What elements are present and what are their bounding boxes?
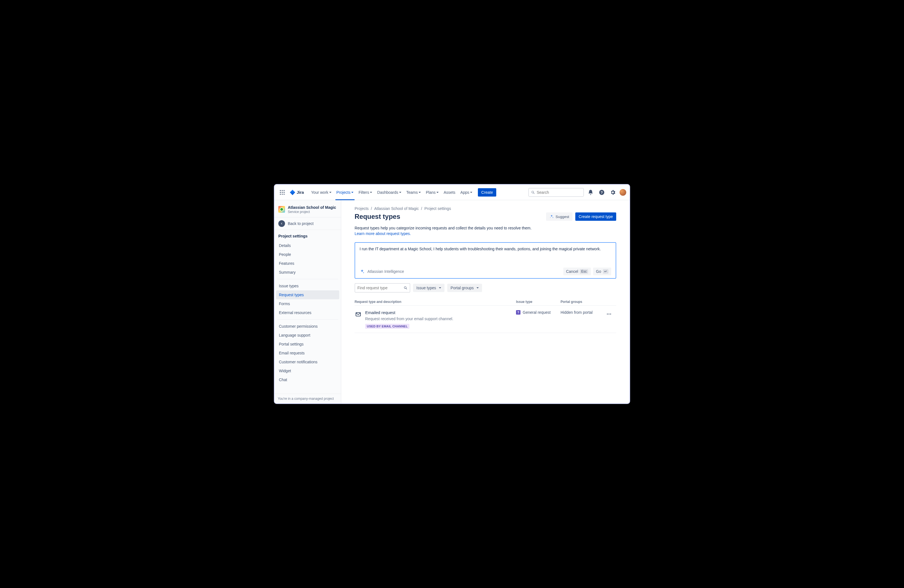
nav-item-label: Apps xyxy=(460,190,469,194)
sidebar-item-request-types[interactable]: Request types xyxy=(276,290,339,299)
portal-groups-filter[interactable]: Portal groups xyxy=(447,284,482,292)
svg-rect-1 xyxy=(282,190,283,191)
svg-point-13 xyxy=(404,286,406,288)
sidebar-item-customer-notifications[interactable]: Customer notifications xyxy=(276,357,339,367)
chevron-down-icon xyxy=(329,192,332,193)
global-search[interactable] xyxy=(528,188,584,197)
nav-item-assets[interactable]: Assets xyxy=(441,185,458,200)
project-title: Atlassian School of Magic xyxy=(288,205,336,210)
settings-icon[interactable] xyxy=(608,188,617,197)
sidebar-item-language-support[interactable]: Language support xyxy=(276,331,339,340)
issue-types-filter[interactable]: Issue types xyxy=(413,284,444,292)
ai-prompt-input[interactable] xyxy=(360,247,611,264)
sidebar-item-customer-permissions[interactable]: Customer permissions xyxy=(276,322,339,331)
chevron-down-icon xyxy=(370,192,372,193)
sidebar-item-chat[interactable]: Chat xyxy=(276,375,339,384)
nav-item-label: Teams xyxy=(406,190,418,194)
ai-go-button[interactable]: Go ↵ xyxy=(593,267,611,275)
chevron-down-icon xyxy=(439,287,441,288)
ai-prompt-box: Atlassian Intelligence Cancel Esc Go ↵ xyxy=(355,242,616,279)
enter-key-chip: ↵ xyxy=(603,269,608,273)
find-request-type-search[interactable] xyxy=(355,283,410,292)
sidebar: Atlassian School of Magic Service projec… xyxy=(274,200,341,403)
app-window: Jira Your workProjectsFiltersDashboardsT… xyxy=(274,184,630,404)
sidebar-item-details[interactable]: Details xyxy=(276,241,339,250)
issue-type-icon: ? xyxy=(516,310,520,315)
svg-rect-3 xyxy=(280,192,281,193)
learn-more-link[interactable]: Learn more about request types. xyxy=(355,231,411,236)
sidebar-item-issue-types[interactable]: Issue types xyxy=(276,281,339,290)
global-search-input[interactable] xyxy=(537,190,581,194)
table-header: Request type and description Issue type … xyxy=(355,298,616,306)
back-label: Back to project xyxy=(288,221,314,226)
nav-item-apps[interactable]: Apps xyxy=(458,185,474,200)
top-navigation: Jira Your workProjectsFiltersDashboardsT… xyxy=(274,185,630,200)
create-request-type-button[interactable]: Create request type xyxy=(575,212,616,221)
svg-point-18 xyxy=(610,313,611,315)
help-icon[interactable]: ? xyxy=(597,188,606,197)
sidebar-item-widget[interactable]: Widget xyxy=(276,367,339,375)
svg-point-16 xyxy=(607,313,608,315)
page-title: Request types xyxy=(355,213,400,220)
sidebar-item-people[interactable]: People xyxy=(276,250,339,259)
sparkle-icon xyxy=(549,214,554,219)
svg-rect-6 xyxy=(280,194,281,194)
find-request-type-input[interactable] xyxy=(357,286,402,290)
sidebar-item-external-resources[interactable]: External resources xyxy=(276,308,339,317)
suggest-button[interactable]: Suggest xyxy=(546,212,572,221)
nav-item-label: Dashboards xyxy=(377,190,398,194)
breadcrumb-item[interactable]: Atlassian School of Magic xyxy=(374,206,419,211)
project-header: Atlassian School of Magic Service projec… xyxy=(274,200,341,217)
svg-text:?: ? xyxy=(601,190,603,194)
chevron-down-icon xyxy=(470,192,472,193)
breadcrumb-item[interactable]: Projects xyxy=(355,206,369,211)
sidebar-item-portal-settings[interactable]: Portal settings xyxy=(276,340,339,349)
nav-item-your-work[interactable]: Your work xyxy=(309,185,334,200)
request-type-description: Request received from your email support… xyxy=(365,316,454,321)
chevron-down-icon xyxy=(399,192,401,193)
svg-rect-2 xyxy=(284,190,284,191)
column-issue: Issue type xyxy=(516,300,561,304)
table-row[interactable]: Emailed requestRequest received from you… xyxy=(355,306,616,333)
notifications-icon[interactable] xyxy=(586,188,595,197)
svg-rect-5 xyxy=(284,192,284,193)
svg-rect-8 xyxy=(284,194,284,194)
create-button[interactable]: Create xyxy=(478,188,496,196)
app-switcher-icon[interactable] xyxy=(278,188,287,197)
nav-item-projects[interactable]: Projects xyxy=(334,185,356,200)
chevron-down-icon xyxy=(419,192,421,193)
row-more-actions[interactable] xyxy=(605,310,613,318)
nav-item-plans[interactable]: Plans xyxy=(424,185,441,200)
jira-logo-text: Jira xyxy=(297,190,304,194)
portal-group-value: Hidden from portal xyxy=(561,310,605,315)
nav-items: Your workProjectsFiltersDashboardsTeamsP… xyxy=(309,185,474,200)
nav-item-label: Your work xyxy=(311,190,329,194)
breadcrumb-separator: / xyxy=(371,206,372,211)
sidebar-heading: Project settings xyxy=(274,230,341,240)
sidebar-item-features[interactable]: Features xyxy=(276,259,339,268)
sidebar-footer: You're in a company-managed project xyxy=(274,394,341,403)
user-avatar[interactable] xyxy=(620,189,626,196)
sidebar-item-email-requests[interactable]: Email requests xyxy=(276,349,339,357)
request-type-title: Emailed request xyxy=(365,310,454,315)
chevron-down-icon xyxy=(351,192,354,193)
breadcrumb-item[interactable]: Project settings xyxy=(424,206,451,211)
nav-item-teams[interactable]: Teams xyxy=(404,185,423,200)
svg-rect-7 xyxy=(282,194,283,194)
nav-item-dashboards[interactable]: Dashboards xyxy=(375,185,403,200)
column-desc: Request type and description xyxy=(355,300,516,304)
nav-item-label: Plans xyxy=(426,190,436,194)
back-to-project[interactable]: Back to project xyxy=(274,217,341,230)
chevron-down-icon xyxy=(476,287,479,288)
svg-line-10 xyxy=(534,193,534,193)
jira-logo[interactable]: Jira xyxy=(288,189,306,196)
sidebar-item-forms[interactable]: Forms xyxy=(276,299,339,308)
search-icon xyxy=(403,286,408,290)
breadcrumb-separator: / xyxy=(421,206,422,211)
ai-cancel-button[interactable]: Cancel Esc xyxy=(563,267,591,275)
nav-item-filters[interactable]: Filters xyxy=(356,185,375,200)
svg-point-9 xyxy=(532,191,534,193)
breadcrumb: Projects/Atlassian School of Magic/Proje… xyxy=(355,206,616,211)
search-icon xyxy=(531,190,535,194)
sidebar-item-summary[interactable]: Summary xyxy=(276,268,339,277)
